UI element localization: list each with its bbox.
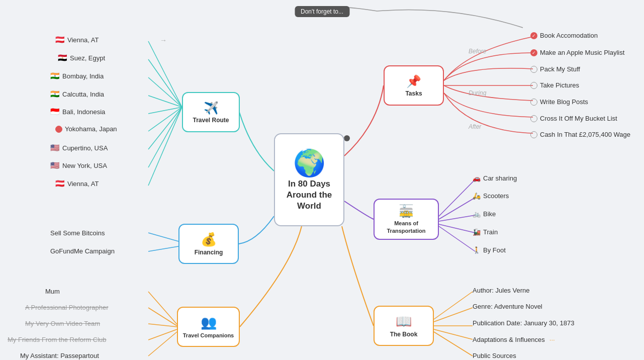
svg-line-7 [148,107,182,167]
svg-line-17 [148,308,177,326]
during-label: During [469,89,486,97]
svg-line-11 [439,179,475,216]
route-item-3: 🇮🇳Bombay, India [50,71,104,80]
task-book-accom: ✓ Book Accomodation [530,32,598,39]
svg-line-25 [434,332,473,356]
svg-line-18 [148,324,177,327]
svg-line-19 [148,329,177,340]
route-item-6: Yokohama, Japan [55,125,117,133]
center-node: 🌍 In 80 DaysAround theWorld [274,133,344,226]
route-item-7: 🇺🇸Cupertino, USA [50,143,108,152]
svg-line-9 [148,233,178,241]
task-pack: Pack My Stuff [530,65,580,73]
financing-gofund: GoFundMe Campaign [50,247,115,255]
svg-line-21 [434,292,473,319]
transport-icon: 🚋 [399,204,414,218]
svg-line-22 [434,308,473,322]
companion-photographer: A Professional Photographer [25,304,109,311]
task-music: ✓ Make an Apple Music Playlist [530,49,624,56]
book-sources: Public Sources [473,352,516,359]
task-cash: Cash In That £2,075,400 Wage [530,131,630,138]
book-genre: Genre: Adventure Novel [473,303,542,310]
travel-route-label: Travel Route [193,117,229,124]
svg-line-6 [148,107,182,149]
arrow-decoration: → [160,36,167,44]
svg-line-3 [148,96,182,107]
svg-line-20 [148,332,177,356]
mindmap: Don't forget to... 🌍 In 80 DaysAround th… [0,0,644,360]
svg-line-24 [434,329,473,339]
companions-node: 👥 Travel Companions [177,307,240,347]
book-label: The Book [390,331,418,338]
svg-line-14 [439,224,475,233]
financing-icon: 💰 [201,232,217,247]
transport-foot: 🚶By Foot [473,246,506,254]
route-item-8: 🇺🇸New York, USA [50,161,107,170]
svg-line-16 [148,292,177,324]
center-icon: 🌍 [293,148,326,178]
svg-line-5 [148,107,182,131]
svg-line-12 [439,198,475,219]
svg-line-13 [439,215,475,221]
companion-reform: My Friends From the Reform Club [8,336,107,343]
tasks-node: 📌 Tasks [384,65,444,106]
task-bucket: Cross It Off My Bucket List [530,115,617,122]
before-label: Before [469,48,486,55]
route-item-9: 🇦🇹Vienna, AT [55,179,99,188]
center-label: In 80 DaysAround theWorld [287,178,332,212]
companion-passepartout: My Assistant: Passepartout [20,352,99,359]
svg-line-10 [148,246,178,251]
transport-node: 🚋 Means ofTransportation [374,199,439,240]
travel-route-node: ✈️ Travel Route [182,92,240,132]
transport-scooters: 🛵Scooters [473,192,509,200]
financing-label: Financing [195,249,223,256]
route-item-2: 🇪🇬Suez, Egypt [58,53,105,62]
svg-line-8 [148,107,182,186]
svg-point-26 [344,135,350,141]
transport-car: 🚗Car sharing [473,174,517,182]
svg-line-0 [148,41,182,107]
book-adaptations: Adaptations & Influences··· [473,336,555,343]
transport-train: 🚂Train [473,228,498,236]
task-blog: Write Blog Posts [530,98,588,106]
route-item-4: 🇮🇳Calcutta, India [50,89,104,99]
tasks-label: Tasks [405,90,422,97]
book-author: Author: Jules Verne [473,287,529,294]
transport-label: Means ofTransportation [387,220,425,234]
companions-label: Travel Companions [183,332,234,339]
route-item-5: 🇮🇩Bali, Indonesia [50,107,105,116]
companion-mum: Mum [45,288,60,295]
after-label: After [469,123,481,130]
route-item-1: 🇦🇹Vienna, AT [55,35,99,44]
financing-node: 💰 Financing [178,224,239,264]
companions-icon: 👥 [201,315,217,330]
tasks-icon: 📌 [406,74,421,88]
task-pictures: Take Pictures [530,81,579,89]
svg-line-4 [148,107,182,114]
financing-bitcoin: Sell Some Bitcoins [50,229,105,237]
svg-line-1 [148,59,182,107]
book-node: 📖 The Book [374,306,434,346]
svg-line-15 [439,226,475,251]
travel-route-icon: ✈️ [204,101,219,115]
transport-bike: 🚲Bike [473,210,496,218]
svg-line-2 [148,77,182,107]
companion-video-team: My Very Own Video Team [25,320,100,327]
book-date: Publication Date: January 30, 1873 [473,319,574,327]
tooltip-bar: Don't forget to... [295,6,349,17]
book-icon: 📖 [396,314,412,329]
